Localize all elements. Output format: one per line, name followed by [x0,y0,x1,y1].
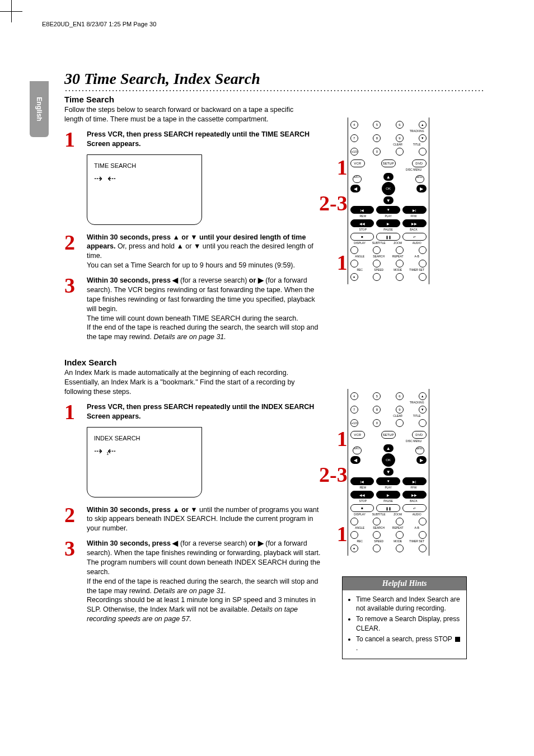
divider-dots [64,89,484,91]
ts-step3-a: Within 30 seconds, press ◀ [87,276,178,284]
btn-9[interactable]: 9 [396,134,404,142]
step-number-2: 2 [64,233,87,271]
ts-step3-b: (for a reverse search) [178,276,249,284]
remote-diagram-2: 1 2-3 1 4 5 6 ▲ TRACKING 7 8 9 ▼ CLEARTI… [319,389,429,556]
btn-speed[interactable] [373,273,381,281]
btn-0[interactable]: 0 [373,148,381,156]
dpad-left[interactable]: ◀ [350,185,360,192]
index-search-intro: An Index Mark is made automatically at t… [64,368,311,397]
time-search-intro: Follow the steps below to search forward… [64,105,311,124]
btn-back[interactable]: ↶ [402,233,427,241]
is-step3-a: Within 30 seconds, press ◀ [87,539,178,547]
arrows-icon-2: ⇢ ⇠ [94,444,195,458]
ts-step2-c: You can set a Time Search for up to 9 ho… [87,261,295,269]
page-title: 30 Time Search, Index Search [64,70,495,88]
is-step-number-2: 2 [64,505,87,534]
print-header: E8E20UD_EN1 8/23/07 1:25 PM Page 30 [42,21,156,27]
index-search-screen: INDEX SEARCH ⇢ ⇠ 1 [87,427,202,497]
btn-stop[interactable]: ■ [350,233,374,241]
dpad-up[interactable]: ▲ [383,173,394,181]
btn-pause[interactable]: ❚❚ [376,233,400,241]
btn-zoom[interactable] [396,246,404,254]
hint-1: Time Search and Index Search are not ava… [356,595,461,613]
btn-title[interactable] [419,148,427,156]
btn-tracking-up[interactable]: ▲ [419,121,427,129]
marker-23-2: 2-3 [319,465,348,484]
btn-rec[interactable]: ● [350,273,358,281]
btn-next[interactable]: ▶| [402,206,427,214]
btn-8[interactable]: 8 [373,134,381,142]
marker-1-bottom: 1 [337,253,348,272]
is-step3-f: Details are on page 31. [154,587,226,595]
btn-search[interactable] [373,260,381,267]
step-number-3: 3 [64,276,87,342]
remote-body-2: 4 5 6 ▲ TRACKING 7 8 9 ▼ CLEARTITLE +10 … [348,389,429,556]
is-step3-b: (for a reverse search) [178,539,249,547]
btn-ok[interactable]: OK [382,182,395,195]
btn-prev[interactable]: |◀ [350,206,374,214]
btn-7[interactable]: 7 [350,134,358,142]
is-step-number-3: 3 [64,539,87,624]
btn-display[interactable] [350,246,358,254]
btn-plus10[interactable]: +10 [350,148,358,156]
btn-setup[interactable]: SETUP [381,159,396,167]
btn-audio[interactable] [419,246,427,254]
btn-dvd[interactable]: DVD [412,159,427,167]
btn-repeat-ab[interactable] [419,260,427,267]
time-search-screen: TIME SEARCH ⇢ ⇠ [87,154,202,225]
btn-clear[interactable] [396,148,404,156]
btn-angle[interactable] [350,260,358,267]
btn-subtitle[interactable] [373,246,381,254]
is-step-number-1: 1 [64,402,87,500]
btn-vcr[interactable]: VCR [350,159,365,167]
hints-title: Helpful Hints [343,577,466,590]
stop-icon [455,637,460,642]
marker-1-top: 1 [337,158,348,177]
btn-down2[interactable]: ▼ [376,206,400,214]
dpad[interactable]: INPUT MENU ▲ ▼ ◀ ▶ OK [350,173,427,204]
marker-1-bottom-2: 1 [337,524,348,543]
btn-play[interactable]: ▶ [376,219,400,227]
step-number-1: 1 [64,130,87,227]
is-step2-a: Within 30 seconds, press ▲ or ▼ [87,506,198,514]
btn-timerset[interactable] [419,273,427,281]
ts-step3-e: The time will count down beneath TIME SE… [87,314,298,322]
arrows-icon: ⇢ ⇠ [94,172,195,185]
btn-ffw[interactable]: ▶▶ [402,219,427,227]
btn-input[interactable]: INPUT [353,175,362,183]
dpad-down[interactable]: ▼ [383,196,394,204]
marker-23: 2-3 [319,194,348,213]
btn-tracking-down[interactable]: ▼ [419,134,427,142]
btn-5[interactable]: 5 [373,121,381,129]
hint-2: To remove a Search Display, press CLEAR. [356,614,461,632]
is-step3-c: or ▶ [249,539,264,547]
time-search-title: Time Search [64,95,495,104]
btn-4[interactable]: 4 [350,121,358,129]
btn-menu[interactable]: MENU [415,175,424,183]
btn-6[interactable]: 6 [396,121,404,129]
dpad-right[interactable]: ▶ [416,185,427,192]
btn-mode[interactable] [396,273,404,281]
index-search-title: Index Search [64,358,495,367]
is-step1-text: Press VCR, then press SEARCH repeatedly … [87,403,314,420]
helpful-hints-box: Helpful Hints Time Search and Index Sear… [342,576,467,659]
hint-3: To cancel a search, press STOP . [356,635,461,652]
marker-1-top-2: 1 [337,429,348,448]
btn-rew[interactable]: ◀◀ [350,219,374,227]
remote-body-1: 4 5 6 ▲ TRACKING 7 8 9 ▼ CLEARTITLE +10 … [348,118,429,284]
ts-step2-rest: Or, press and hold ▲ or ▼ until you reac… [87,242,313,260]
ts-step1-text: Press VCR, then press SEARCH repeatedly … [87,130,310,148]
remote-diagram-1: 1 2-3 1 4 5 6 ▲ TRACKING 7 8 9 ▼ CLEARTI… [319,118,429,284]
btn-repeat[interactable] [396,260,404,267]
ts-step3-g: Details are on page 31. [154,333,226,341]
language-tab: English [30,81,49,137]
ts-step3-c: or ▶ [249,276,264,284]
